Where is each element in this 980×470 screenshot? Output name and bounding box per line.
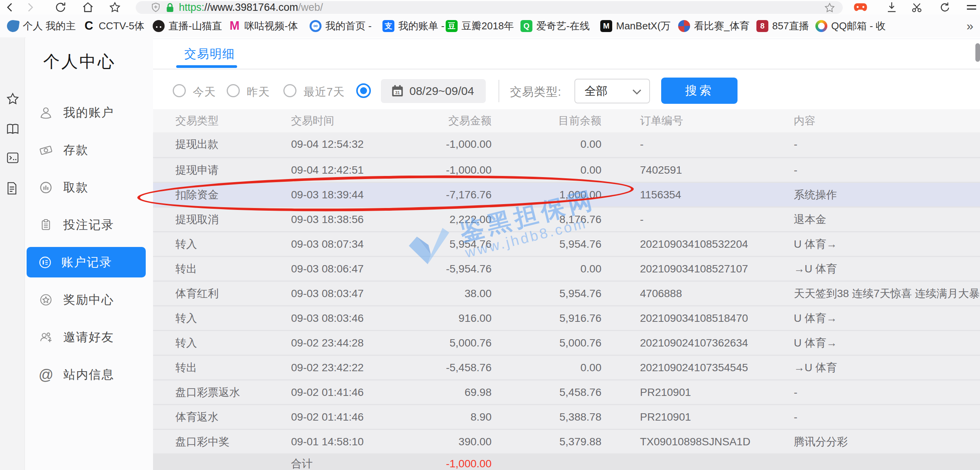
header-amount: 交易金额 — [360, 109, 492, 132]
sidebar-item-account-records[interactable]: 账户记录 — [27, 247, 146, 277]
bookmark-favicon: M — [600, 20, 612, 32]
bookmark-item[interactable]: 8 857直播 — [756, 15, 809, 37]
bookmark-item[interactable]: 支 我的账单 - — [382, 15, 445, 37]
table-row[interactable]: 转入 09-03 08:07:34 5,954.76 5,954.76 2021… — [153, 231, 980, 256]
cell-time: 09-02 23:42:22 — [291, 356, 364, 379]
sidebar-item-deposit[interactable]: 存款 — [25, 140, 153, 160]
url-text: https://www.3981764.com/web/ — [179, 2, 323, 14]
home-icon[interactable] — [79, 0, 96, 15]
bookmark-item[interactable]: ∞ 我的首页 - — [310, 15, 372, 37]
bookmark-item[interactable]: M 咪咕视频-体 — [229, 15, 298, 37]
table-row[interactable]: 体育红利 09-03 08:03:47 38.00 5,954.76 47068… — [153, 281, 980, 305]
sidebar-item-rewards[interactable]: 奖励中心 — [25, 290, 153, 309]
cell-amount: 2,222.00 — [360, 208, 492, 231]
table-row[interactable]: 扣除资金 09-03 18:39:44 -7,176.76 1,000.00 1… — [153, 182, 980, 206]
cell-content: →U 体育 — [794, 257, 837, 281]
transaction-type-select[interactable]: 全部 — [574, 79, 650, 103]
sidebar-item-withdraw[interactable]: 取款 — [25, 178, 153, 197]
page-title: 个人中心 — [43, 51, 116, 73]
rail-notes-icon[interactable] — [6, 182, 19, 195]
bookmark-item[interactable]: C CCTV-5体 — [83, 15, 144, 37]
rail-star-icon[interactable] — [6, 92, 19, 105]
transaction-type-label: 交易类型: — [510, 84, 561, 100]
back-icon[interactable] — [1, 0, 18, 15]
bookmark-favicon: Q — [520, 20, 532, 32]
download-icon[interactable] — [883, 0, 900, 15]
sidebar-item-label: 取款 — [63, 179, 89, 196]
radio-last-7-days[interactable] — [283, 84, 296, 97]
bookmark-item[interactable]: 直播-山猫直 — [153, 15, 222, 37]
radio-last-7-days-label[interactable]: 最近7天 — [303, 85, 345, 100]
bookmarks-overflow-chevron[interactable]: » — [967, 15, 973, 37]
chevron-down-icon — [632, 89, 642, 95]
bookmark-item[interactable]: 个人 我的主 — [7, 15, 76, 37]
bookmark-item[interactable]: Q 爱奇艺-在线 — [520, 15, 590, 37]
table-row[interactable]: 转入 09-02 23:44:28 5,000.76 5,000.76 2021… — [153, 330, 980, 355]
radio-today[interactable] — [173, 84, 186, 97]
table-row[interactable]: 体育返水 09-02 01:41:46 8.90 5,388.78 PR2109… — [153, 404, 980, 429]
bookmark-item[interactable]: QQ邮箱 - 收 — [815, 15, 886, 37]
sidebar-item-bet-records[interactable]: 投注记录 — [25, 215, 153, 235]
cell-time: 09-02 01:41:46 — [291, 405, 364, 429]
bookmark-favicon: C — [83, 20, 95, 32]
main-content: 交易明细 今天 昨天 最近7天 31 08/29~09/04 交易类型: 全部 … — [153, 37, 980, 470]
favorites-star-icon[interactable] — [106, 0, 123, 15]
radio-custom-range-selected[interactable] — [356, 83, 371, 98]
bookmark-label: 我的账单 - — [398, 19, 445, 33]
select-value: 全部 — [584, 79, 608, 103]
forward-icon[interactable] — [22, 0, 39, 15]
table-body: 提现出款 09-04 12:54:32 -1,000.00 0.00 - - 提… — [153, 132, 980, 453]
table-row[interactable]: 提现申请 09-04 12:42:51 -1,000.00 0.00 74025… — [153, 157, 980, 182]
cell-time: 09-03 08:03:46 — [291, 306, 364, 330]
bookmark-label: ManBetX(万 — [616, 19, 671, 33]
cell-type: 体育返水 — [175, 405, 219, 429]
address-bar[interactable]: https://www.3981764.com/web/ — [136, 1, 843, 14]
radio-today-label[interactable]: 今天 — [193, 85, 216, 100]
cell-balance: 0.00 — [493, 356, 601, 379]
scissors-icon[interactable] — [908, 0, 925, 15]
menu-icon[interactable] — [963, 0, 980, 15]
sidebar-item-my-account[interactable]: 我的账户 — [25, 103, 153, 122]
browser-side-rail: + — [0, 37, 25, 470]
bookmark-item[interactable]: M ManBetX(万 — [600, 15, 671, 37]
table-row[interactable]: 转出 09-02 23:42:22 -5,458.76 0.00 2021090… — [153, 355, 980, 379]
bookmark-favicon: ∞ — [310, 20, 322, 32]
cell-content: U 体育→ — [794, 232, 837, 256]
table-row[interactable]: 提现取消 09-03 18:38:56 2,222.00 8,176.76 - … — [153, 206, 980, 231]
table-row[interactable]: 盘口彩票返水 09-02 01:41:46 69.98 5,458.76 PR2… — [153, 379, 980, 404]
header-time: 交易时间 — [291, 109, 334, 132]
table-row[interactable]: 盘口彩中奖 09-01 14:58:10 390.00 5,379.88 TX0… — [153, 429, 980, 453]
bookmark-item[interactable]: 豆 豆瓣2018年 — [446, 15, 514, 37]
cell-order-no: 1156354 — [640, 183, 681, 206]
table-row[interactable]: 转出 09-03 08:06:47 -5,954.76 0.00 2021090… — [153, 256, 980, 281]
reload-icon[interactable] — [52, 0, 69, 15]
bookmark-label: CCTV-5体 — [99, 19, 144, 33]
sidebar-item-site-messages[interactable]: @ 站内信息 — [25, 365, 153, 384]
clipboard-icon — [39, 218, 52, 232]
bookmark-item[interactable]: 看比赛_体育 — [678, 15, 749, 37]
rail-reading-list-icon[interactable] — [6, 123, 19, 136]
bookmark-label: 看比赛_体育 — [694, 19, 749, 33]
radio-yesterday[interactable] — [227, 84, 240, 97]
table-row[interactable]: 提现出款 09-04 12:54:32 -1,000.00 0.00 - - — [153, 132, 980, 157]
cell-amount: 5,954.76 — [360, 232, 492, 256]
date-range-picker[interactable]: 31 08/29~09/04 — [381, 79, 486, 103]
radio-yesterday-label[interactable]: 昨天 — [247, 85, 270, 100]
undo-history-icon[interactable] — [936, 0, 953, 15]
bookmark-label: 857直播 — [772, 19, 809, 33]
bookmark-star-icon[interactable] — [824, 2, 835, 13]
sidebar-item-invite-friends[interactable]: 邀请好友 — [25, 328, 153, 347]
cell-content: - — [794, 132, 797, 156]
cell-type: 体育红利 — [175, 282, 219, 305]
rail-snippets-icon[interactable] — [6, 152, 19, 165]
radio-dot — [360, 87, 367, 94]
scrollbar-thumb[interactable] — [975, 43, 980, 62]
cell-balance: 5,379.88 — [493, 430, 601, 453]
tab-transaction-details[interactable]: 交易明细 — [184, 46, 235, 62]
search-button[interactable]: 搜索 — [661, 78, 738, 104]
bookmark-favicon: 8 — [756, 20, 768, 32]
bookmark-favicon: M — [229, 20, 241, 32]
game-controller-icon[interactable] — [852, 0, 869, 15]
table-row[interactable]: 转入 09-03 08:03:46 916.00 5,916.76 202109… — [153, 305, 980, 330]
cell-time: 09-04 12:54:32 — [291, 132, 364, 156]
